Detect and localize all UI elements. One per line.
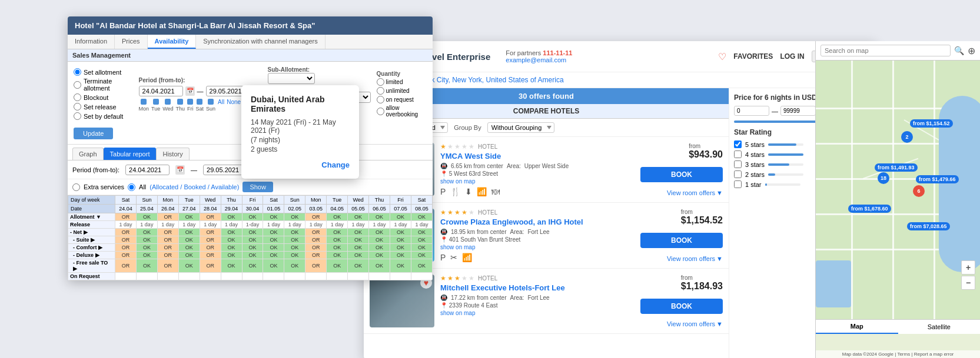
radio-blockout[interactable] [74,93,81,101]
price-max-input[interactable] [780,106,816,116]
show-button[interactable]: Show [242,182,273,192]
zoom-out-button[interactable]: − [961,276,975,290]
allocation-label: (Allocated / Booked / Available) [150,183,239,190]
filter-date-to[interactable] [203,165,247,175]
map-pin-2[interactable]: from $1,491.93 [875,163,918,172]
book-button-3[interactable]: BOOK [640,299,723,314]
star-1-checkbox[interactable] [734,180,742,188]
price-amount-2: $1,154.52 [681,215,723,226]
book-button-1[interactable]: BOOK [640,167,723,182]
update-button[interactable]: Update [74,128,113,139]
tab-availability[interactable]: Availability [148,35,197,49]
sub-allotment-label: Sub-Allotment: [268,66,318,73]
tab-graph[interactable]: Graph [72,148,104,160]
hotel-stars-3: ★ ★ ★ ★ ★ HOTEL [440,275,634,282]
hotel-info-1: ★ ★ ★ ★ ★ HOTEL YMCA West Side 🚇 6.65 km… [440,143,634,196]
book-button-2[interactable]: BOOK [640,233,723,248]
star-2-checkbox[interactable] [734,170,742,178]
radio-set-allotment-label: Set allotment [84,69,121,76]
qty-limited[interactable] [377,78,384,86]
hotel-name-2[interactable]: Crowne Plaza Englewood, an IHG Hotel [440,218,634,226]
all-radio[interactable] [128,183,135,191]
qty-allow-overbooking[interactable] [377,108,384,115]
map-pin-3[interactable]: from $1,678.60 [848,205,891,213]
map-pin-1[interactable]: from $1,154.52 [910,119,953,128]
amenity-arrow-1: ⬇ [465,187,472,196]
day-fri-cb[interactable] [187,99,193,105]
view-offers-link-2[interactable]: View room offers ▼ [667,255,723,262]
star-2-label: 2 stars [745,171,765,178]
radio-set-release[interactable] [74,103,81,111]
hotel-area-2: Fort Lee [527,229,549,235]
none-days-link[interactable]: None [227,99,241,112]
star-3-checkbox[interactable] [734,160,742,168]
show-on-map-1[interactable]: show on map [440,178,634,185]
star-5-checkbox[interactable] [734,140,742,148]
map-locate-button[interactable]: ⊕ [968,45,975,56]
show-on-map-2[interactable]: show on map [440,244,634,250]
extra-radio[interactable] [72,183,80,191]
hotel-distance-2: 18.95 km from center [451,229,506,235]
view-offers-link-3[interactable]: View room offers ▼ [667,320,723,327]
hotel-name-1[interactable]: YMCA West Side [440,152,634,160]
partner-email[interactable]: example@email.com [506,56,566,63]
day-wed-cb[interactable] [165,99,171,105]
map-type-satellite[interactable]: Satellite [898,320,981,334]
radio-set-default[interactable] [74,112,81,120]
group-select[interactable]: Without Grouping [487,122,554,133]
view-offers-link-1[interactable]: View room offers ▼ [667,189,723,196]
cal-from-icon[interactable]: 📅 [185,86,195,96]
tab-information[interactable]: Information [68,35,115,49]
tab-history[interactable]: History [156,148,189,160]
day-sun-cb[interactable] [208,99,214,105]
map-background: from $1,154.52 from $1,491.93 from $1,67… [816,61,980,319]
price-min-input[interactable] [734,106,769,116]
map-panel: 🔍 ⊕ ‹ from $1,154.52 from $1,491.93 from… [815,41,980,358]
hotel-distance-1: 6.65 km from center [451,163,503,169]
map-search-input[interactable] [820,45,951,56]
map-type-map[interactable]: Map [816,320,898,334]
day-mon-cb[interactable] [141,99,147,105]
day-thu-cb[interactable] [177,99,183,105]
login-button[interactable]: LOG IN [780,52,804,61]
filter-cal-from[interactable]: 📅 [175,165,185,175]
amenity-scissors-2: ✂ [450,253,457,262]
map-pin-5[interactable]: from $7,028.65 [907,222,950,230]
qty-unlimited[interactable] [377,87,384,95]
zoom-in-button[interactable]: + [961,260,975,275]
date-from-input[interactable] [139,86,183,96]
favorites-icon: ♡ [718,51,726,62]
qty-on-request[interactable] [377,96,384,103]
map-pin-4[interactable]: from $1,479.66 [916,175,959,183]
radio-blockout-label: Blockout [84,94,108,101]
hotel-name-3[interactable]: Mitchell Executive Hotels-Fort Lee [440,283,634,292]
favorites-link[interactable]: FAVORITES [733,52,773,61]
tab-prices[interactable]: Prices [115,35,148,49]
travel-header: GP GP Travel Enterprise For partners 111… [364,41,876,72]
sub-allotment-select[interactable] [268,73,315,84]
filter-date-from[interactable] [125,165,170,175]
star-4-checkbox[interactable] [734,150,742,158]
tooltip-dates: 14 May 2021 (Fri) - 21 May 2021 (Fr) [251,118,350,135]
map-search-button[interactable]: 🔍 [954,46,964,55]
map-type-row: Map Satellite [816,319,980,334]
day-sat-cb[interactable] [197,99,202,105]
star-5-bar [768,143,796,146]
hotel-type-2: HOTEL [478,209,497,216]
map-pin-circle-2[interactable]: 18 [878,172,889,184]
all-days-link[interactable]: All [218,99,224,112]
amenity-wifi-2: 📶 [462,253,472,262]
radio-set-release-label: Set release [84,103,117,111]
show-on-map-3[interactable]: show on map [440,310,634,316]
tab-sync[interactable]: Synchronization with channel managers [196,35,325,49]
quantity-label: Quantity [377,71,427,77]
map-pin-circle-1[interactable]: 2 [901,131,913,143]
day-tue-cb[interactable] [153,99,159,105]
change-button[interactable]: Change [251,160,350,169]
map-controls: + − [961,260,975,290]
map-pin-circle-3[interactable]: 6 [913,185,925,197]
quantity-section: Quantity limited unlimited on request al… [377,71,427,118]
radio-terminate[interactable] [74,81,81,89]
radio-set-allotment[interactable] [74,68,81,76]
tab-tabular[interactable]: Tabular report [104,148,157,160]
